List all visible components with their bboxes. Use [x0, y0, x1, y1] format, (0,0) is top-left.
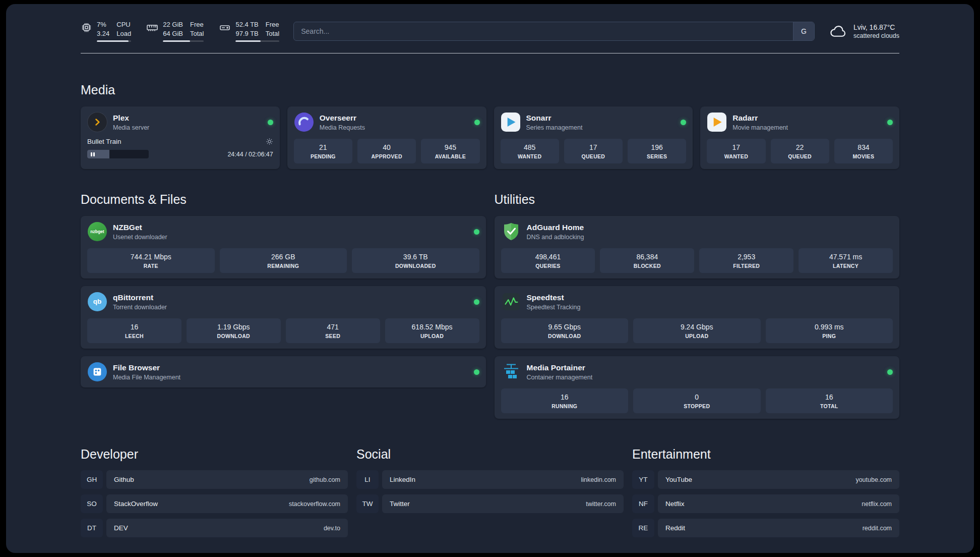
stat-value: 16	[89, 323, 179, 331]
bookmark-github[interactable]: GH Github github.com	[81, 470, 348, 489]
qbittorrent-icon: qb	[87, 292, 107, 312]
app-card-adguard[interactable]: AdGuard Home DNS and adblocking 498,461 …	[495, 216, 900, 278]
stat-label: WANTED	[709, 153, 763, 159]
bookmark-abbr: TW	[356, 494, 379, 513]
bookmark-twitter[interactable]: TW Twitter twitter.com	[356, 494, 624, 513]
stat-label: QUEUED	[773, 153, 827, 159]
stat-value: 21	[296, 143, 350, 151]
playback-time: 24:44 / 02:06:47	[227, 151, 273, 158]
app-card-qbittorrent[interactable]: qb qBittorrent Torrent downloader 16	[81, 286, 486, 349]
playback-progress-bar[interactable]	[87, 150, 149, 158]
stat-tile: 618.52 Mbps UPLOAD	[385, 318, 479, 343]
bookmark-linkedin[interactable]: LI LinkedIn linkedin.com	[356, 470, 624, 489]
weather-widget[interactable]: Lviv, 16.87°C scattered clouds	[829, 23, 899, 39]
stat-label: DOWNLOADED	[354, 263, 477, 269]
stat-label: APPROVED	[359, 153, 414, 159]
disk-total-value: 97.9 TB	[235, 29, 258, 38]
search-bar: G	[293, 22, 815, 41]
stat-tile: 0.993 ms PING	[766, 318, 893, 343]
bookmark-abbr: LI	[356, 470, 379, 489]
cpu-label: CPU	[116, 20, 131, 29]
stat-tile: 40 APPROVED	[357, 139, 416, 163]
bookmark-name: Github	[114, 476, 134, 483]
stat-label: TOTAL	[768, 403, 891, 409]
overseerr-icon	[294, 112, 314, 132]
app-name: AdGuard Home	[527, 223, 584, 232]
bookmark-abbr: GH	[81, 470, 103, 489]
status-dot	[474, 229, 479, 235]
stat-label: LEECH	[89, 333, 179, 339]
ram-free-value: 22 GiB	[163, 20, 183, 29]
app-name: qBittorrent	[113, 293, 167, 302]
utilities-heading: Utilities	[495, 192, 900, 207]
search-input[interactable]	[294, 22, 793, 40]
disk-total-label: Total	[266, 29, 279, 38]
bookmark-reddit[interactable]: RE Reddit reddit.com	[632, 519, 899, 537]
stat-value: 17	[566, 143, 621, 151]
cpu-progress-bar	[97, 40, 131, 42]
bookmark-domain: youtube.com	[855, 476, 892, 483]
stat-label: WANTED	[503, 153, 557, 159]
bookmark-pill: Twitter twitter.com	[382, 494, 624, 513]
status-dot	[268, 120, 273, 125]
bookmark-name: Netflix	[665, 500, 685, 508]
stat-label: STOPPED	[635, 403, 759, 409]
stat-tile: 17 WANTED	[707, 139, 765, 163]
app-card-sonarr[interactable]: Sonarr Series management 485 WANTED 17 Q…	[494, 106, 693, 169]
bookmark-domain: github.com	[310, 476, 340, 483]
bookmark-stackoverflow[interactable]: SO StackOverflow stackoverflow.com	[81, 494, 348, 513]
stat-label: PENDING	[296, 153, 350, 159]
bookmark-pill: LinkedIn linkedin.com	[382, 470, 624, 489]
search-engine-button[interactable]: G	[793, 22, 814, 40]
bookmark-netflix[interactable]: NF Netflix netflix.com	[632, 494, 899, 513]
app-subtitle: Media Requests	[320, 124, 365, 131]
stat-tile: 9.65 Gbps DOWNLOAD	[501, 318, 629, 343]
bookmark-abbr: SO	[81, 494, 103, 513]
bookmark-name: StackOverflow	[114, 500, 158, 508]
stat-value: 485	[503, 143, 557, 151]
bookmark-abbr: NF	[632, 494, 654, 513]
stat-label: PING	[768, 333, 891, 339]
stat-label: SERIES	[630, 153, 684, 159]
bookmark-youtube[interactable]: YT YouTube youtube.com	[632, 470, 899, 489]
bookmark-domain: netflix.com	[862, 500, 892, 508]
app-name: NZBGet	[113, 223, 167, 232]
dashboard: 7% 3.24 CPU Load	[6, 4, 974, 553]
section-entertainment: Entertainment YT YouTube youtube.com NF …	[632, 447, 899, 537]
stat-value: 22	[773, 143, 827, 151]
ram-total-value: 64 GiB	[163, 29, 183, 38]
app-subtitle: Movie management	[732, 124, 788, 131]
filebrowser-icon	[87, 362, 107, 382]
stat-tile: 1.19 Gbps DOWNLOAD	[187, 318, 281, 343]
gear-icon[interactable]	[266, 138, 273, 145]
weather-condition: scattered clouds	[853, 32, 899, 39]
app-card-radarr[interactable]: Radarr Movie management 17 WANTED 22 QUE…	[700, 106, 899, 169]
portainer-icon	[501, 362, 521, 382]
sonarr-icon	[501, 112, 521, 132]
ram-free-label: Free	[190, 20, 204, 29]
stat-value: 945	[423, 143, 477, 151]
stat-value: 17	[709, 143, 763, 151]
media-heading: Media	[81, 83, 899, 97]
stat-value: 2,953	[701, 253, 791, 261]
app-subtitle: Torrent downloader	[113, 304, 167, 311]
app-card-plex[interactable]: Plex Media server Bullet Train	[81, 106, 280, 169]
now-playing-title: Bullet Train	[87, 138, 121, 145]
stat-label: LATENCY	[801, 263, 891, 269]
ram-total-label: Total	[190, 29, 204, 38]
stat-value: 9.65 Gbps	[503, 323, 627, 331]
stat-tile: 834 MOVIES	[834, 139, 893, 163]
stat-value: 16	[503, 393, 627, 401]
pause-icon[interactable]	[91, 150, 95, 158]
app-subtitle: Speedtest Tracking	[527, 304, 581, 311]
app-card-filebrowser[interactable]: File Browser Media File Management	[81, 356, 486, 387]
top-bar: 7% 3.24 CPU Load	[81, 20, 899, 42]
app-card-nzbget[interactable]: nzbget NZBGet Usenet downloader 744.21 M…	[81, 216, 486, 278]
app-card-portainer[interactable]: Media Portainer Container management 16 …	[495, 356, 900, 419]
stat-tile: 2,953 FILTERED	[699, 248, 793, 273]
bookmark-dev[interactable]: DT DEV dev.to	[81, 519, 348, 537]
app-card-speedtest[interactable]: Speedtest Speedtest Tracking 9.65 Gbps D…	[495, 286, 900, 349]
stat-label: MOVIES	[836, 153, 891, 159]
app-card-overseerr[interactable]: Overseerr Media Requests 21 PENDING 40 A…	[287, 106, 486, 169]
stat-tile: 17 QUEUED	[564, 139, 623, 163]
